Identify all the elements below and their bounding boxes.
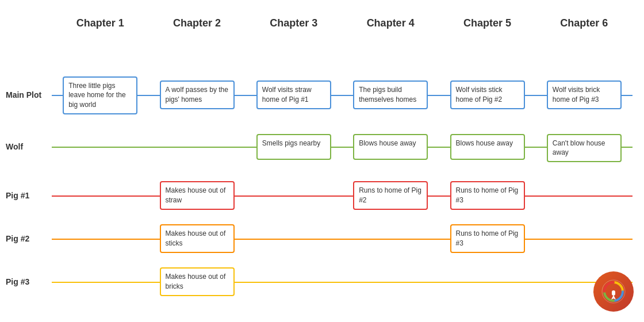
chapter-header-1: Chapter 1 — [52, 17, 148, 29]
row-label-1: Wolf — [6, 142, 23, 151]
event-box-8: Blows house away — [450, 134, 525, 160]
event-box-14: Runs to home of Pig #3 — [450, 224, 525, 253]
row-line-1 — [52, 147, 632, 148]
row-label-4: Pig #3 — [6, 277, 29, 286]
event-box-2: Wolf visits straw home of Pig #1 — [256, 80, 331, 109]
chapter-header-2: Chapter 2 — [148, 17, 245, 29]
event-box-6: Smells pigs nearby — [256, 134, 331, 160]
event-box-11: Runs to home of Pig #2 — [353, 181, 428, 210]
svg-rect-1 — [612, 290, 615, 296]
event-box-1: A wolf passes by the pigs' homes — [160, 80, 235, 109]
logo — [593, 271, 634, 312]
row-label-0: Main Plot — [6, 90, 41, 99]
event-box-3: The pigs build themselves homes — [353, 80, 428, 109]
row-label-3: Pig #2 — [6, 234, 29, 243]
row-line-0 — [52, 95, 632, 96]
event-box-15: Makes house out of bricks — [160, 267, 235, 296]
chart-container: Chapter 1Chapter 2Chapter 3Chapter 4Chap… — [0, 0, 644, 322]
chapter-header-4: Chapter 4 — [342, 17, 439, 29]
event-box-4: Wolf visits stick home of Pig #2 — [450, 80, 525, 109]
row-line-2 — [52, 195, 632, 197]
chapter-header-6: Chapter 6 — [536, 17, 632, 29]
event-box-9: Can't blow house away — [547, 134, 622, 163]
row-line-3 — [52, 239, 632, 240]
row-label-2: Pig #1 — [6, 191, 29, 200]
event-box-0: Three little pigs leave home for the big… — [63, 76, 137, 114]
event-box-5: Wolf visits brick home of Pig #3 — [547, 80, 622, 109]
event-box-7: Blows house away — [353, 134, 428, 160]
chapter-header-5: Chapter 5 — [439, 17, 535, 29]
event-box-12: Runs to home of Pig #3 — [450, 181, 525, 210]
chapter-header-3: Chapter 3 — [246, 17, 342, 29]
event-box-13: Makes house out of sticks — [160, 224, 235, 253]
row-line-4 — [52, 282, 632, 283]
event-box-10: Makes house out of straw — [160, 181, 235, 210]
chapter-headers: Chapter 1Chapter 2Chapter 3Chapter 4Chap… — [52, 17, 632, 29]
